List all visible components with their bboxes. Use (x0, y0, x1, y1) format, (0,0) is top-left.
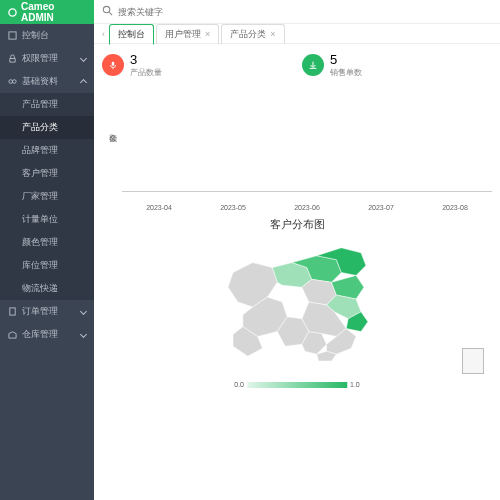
doc-icon (8, 307, 17, 316)
sub-label: 产品管理 (22, 98, 58, 111)
mic-icon (102, 54, 124, 76)
customer-map: 0.0 1.0 (102, 238, 492, 388)
svg-rect-7 (112, 62, 115, 66)
svg-point-0 (9, 8, 16, 15)
nav-order[interactable]: 订单管理 (0, 300, 94, 323)
nav-label: 基础资料 (22, 75, 58, 88)
nav-label: 控制台 (22, 29, 49, 42)
tab-category[interactable]: 产品分类× (221, 24, 284, 44)
download-icon (302, 54, 324, 76)
close-icon[interactable]: × (205, 29, 210, 39)
x-tick: 2023-08 (442, 204, 468, 211)
map-legend: 0.0 1.0 (234, 381, 359, 388)
nav-label: 权限管理 (22, 52, 58, 65)
nav-basic[interactable]: 基础资料 (0, 70, 94, 93)
sub-customer[interactable]: 客户管理 (0, 162, 94, 185)
nav-basic-sub: 产品管理 产品分类 品牌管理 客户管理 厂家管理 计量单位 颜色管理 库位管理 … (0, 93, 94, 300)
svg-point-2 (9, 80, 13, 84)
sub-location[interactable]: 库位管理 (0, 254, 94, 277)
svg-line-6 (109, 12, 112, 15)
sub-label: 品牌管理 (22, 144, 58, 157)
sub-logistics[interactable]: 物流快递 (0, 277, 94, 300)
minimap (462, 348, 484, 374)
topbar (94, 0, 500, 24)
sub-label: 产品分类 (22, 121, 58, 134)
china-map-svg (177, 238, 417, 366)
legend-min: 0.0 (234, 381, 244, 388)
tabs: ‹ 控制台 用户管理× 产品分类× (94, 24, 500, 44)
brand-icon (8, 8, 17, 17)
stat-num: 5 (330, 52, 362, 67)
sub-unit[interactable]: 计量单位 (0, 208, 94, 231)
nav-permission[interactable]: 权限管理 (0, 47, 94, 70)
sub-label: 客户管理 (22, 167, 58, 180)
search-input[interactable] (118, 7, 492, 17)
x-axis: 2023-04 2023-05 2023-06 2023-07 2023-08 (122, 204, 492, 211)
x-tick: 2023-04 (146, 204, 172, 211)
svg-rect-4 (10, 308, 15, 315)
close-icon[interactable]: × (270, 29, 275, 39)
main: ‹ 控制台 用户管理× 产品分类× 3 产品数量 5 销售单数 (94, 0, 500, 500)
link-icon (8, 77, 17, 86)
svg-point-5 (103, 6, 109, 12)
stat-sales: 5 销售单数 (302, 52, 492, 78)
sub-color[interactable]: 颜色管理 (0, 231, 94, 254)
lock-icon (8, 54, 17, 63)
tab-label: 用户管理 (165, 28, 201, 41)
tab-label: 产品分类 (230, 28, 266, 41)
nav-label: 仓库管理 (22, 328, 58, 341)
content: 3 产品数量 5 销售单数 金额 2023-04 2023-05 2023-06… (94, 44, 500, 500)
stat-label: 产品数量 (130, 67, 162, 78)
stat-label: 销售单数 (330, 67, 362, 78)
sidebar: Cameo ADMIN 控制台 权限管理 基础资料 产品管理 产品分类 品牌管理… (0, 0, 94, 500)
gauge-icon (8, 31, 17, 40)
tabs-prev-icon[interactable]: ‹ (102, 29, 105, 39)
sub-factory[interactable]: 厂家管理 (0, 185, 94, 208)
sub-label: 库位管理 (22, 259, 58, 272)
nav-warehouse[interactable]: 仓库管理 (0, 323, 94, 346)
sub-label: 厂家管理 (22, 190, 58, 203)
x-tick: 2023-05 (220, 204, 246, 211)
sub-category[interactable]: 产品分类 (0, 116, 94, 139)
brand[interactable]: Cameo ADMIN (0, 0, 94, 24)
svg-rect-1 (9, 32, 16, 39)
brand-label: Cameo ADMIN (21, 1, 86, 23)
x-tick: 2023-06 (294, 204, 320, 211)
x-tick: 2023-07 (368, 204, 394, 211)
legend-max: 1.0 (350, 381, 360, 388)
sub-label: 计量单位 (22, 213, 58, 226)
nav-dashboard[interactable]: 控制台 (0, 24, 94, 47)
sub-brand[interactable]: 品牌管理 (0, 139, 94, 162)
stat-products: 3 产品数量 (102, 52, 292, 78)
nav-label: 订单管理 (22, 305, 58, 318)
svg-point-3 (13, 80, 17, 84)
sub-product[interactable]: 产品管理 (0, 93, 94, 116)
map-title: 客户分布图 (102, 217, 492, 232)
tab-users[interactable]: 用户管理× (156, 24, 219, 44)
stats-row: 3 产品数量 5 销售单数 (102, 52, 492, 78)
tab-dashboard[interactable]: 控制台 (109, 24, 154, 45)
legend-gradient (247, 382, 347, 388)
trend-chart: 金额 (122, 84, 492, 192)
search-icon (102, 5, 113, 18)
stat-num: 3 (130, 52, 162, 67)
tab-label: 控制台 (118, 28, 145, 41)
sub-label: 物流快递 (22, 282, 58, 295)
sub-label: 颜色管理 (22, 236, 58, 249)
box-icon (8, 330, 17, 339)
